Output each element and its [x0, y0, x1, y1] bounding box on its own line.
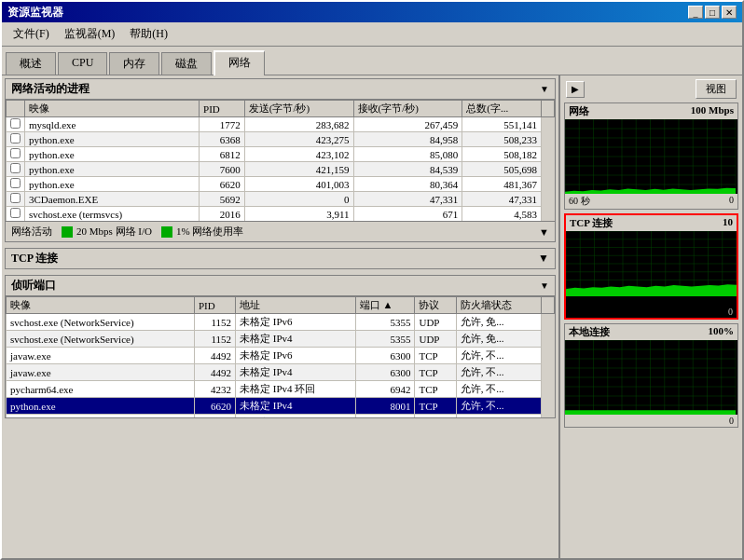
row-checkbox[interactable] — [7, 177, 25, 192]
list-item[interactable]: javaw.exe 4492 未格定 IPv4 6300 TCP 允许, 不..… — [7, 364, 555, 381]
network-processes-table: 映像 PID 发送(字节/秒) 接收(字节/秒) 总数(字... mysqld.… — [6, 100, 555, 221]
row-checkbox[interactable] — [7, 117, 25, 132]
network-graph-chart — [565, 119, 736, 194]
tcp-graph-container: TCP 连接 10 0 — [564, 213, 738, 320]
list-item[interactable]: javaw.exe 4492 未格定 IPv6 6300 TCP 允许, 不..… — [7, 348, 555, 364]
col-checkbox[interactable] — [7, 101, 25, 117]
row-recv: 47,331 — [353, 192, 462, 207]
network-graph-time-label: 60 秒 — [569, 195, 590, 208]
col-recv[interactable]: 接收(字节/秒) — [353, 101, 462, 117]
right-panel: ▶ 视图 网络 100 Mbps 60 秒 0 — [560, 75, 742, 558]
tcp-collapse-icon[interactable]: ▼ — [538, 252, 549, 266]
listen-row-fw: 允许, 不... — [456, 381, 541, 398]
listen-col-fw[interactable]: 防火墙状态 — [456, 297, 541, 314]
listen-row-image: javaw.exe — [7, 364, 195, 381]
row-checkbox[interactable] — [7, 207, 25, 222]
network-activity-bar: 网络活动 20 Mbps 网络 I/O 1% 网络使用率 ▼ — [6, 221, 555, 241]
play-button[interactable]: ▶ — [566, 81, 585, 98]
listen-col-proto[interactable]: 协议 — [415, 297, 456, 314]
list-item[interactable]: svchost.exe (NetworkService) 1152 未格定 IP… — [7, 331, 555, 348]
table-row[interactable]: python.exe 6620 401,003 80,364 481,367 — [7, 177, 555, 192]
row-pid: 6812 — [200, 147, 245, 162]
network-graph-zero-label: 0 — [729, 195, 734, 208]
local-conn-graph-title: 本地连接 — [569, 325, 610, 339]
col-image[interactable]: 映像 — [25, 101, 200, 117]
local-conn-graph-canvas — [565, 340, 737, 415]
tab-disk[interactable]: 磁盘 — [161, 52, 212, 75]
menu-help[interactable]: 帮助(H) — [122, 24, 175, 44]
row-total: 508,233 — [462, 132, 542, 147]
row-recv: 671 — [353, 207, 462, 222]
row-pid: 2016 — [200, 207, 245, 222]
listen-row-image: pycharm64.exe — [7, 381, 195, 398]
row-pid: 1772 — [200, 117, 245, 132]
table-row[interactable]: svchost.exe (termsvcs) 2016 3,911 671 4,… — [7, 207, 555, 222]
network-activity-collapse[interactable]: ▼ — [539, 226, 549, 238]
tab-network[interactable]: 网络 — [214, 50, 265, 75]
row-recv: 80,364 — [353, 177, 462, 192]
listen-row-addr: 未格定 IPv4 — [236, 415, 356, 418]
col-total[interactable]: 总数(字... — [462, 101, 542, 117]
listen-row-addr: 未格定 IPv4 环回 — [236, 381, 356, 398]
listen-table-container[interactable]: 映像 PID 地址 端口 ▲ 协议 防火墙状态 svchost.exe (Net… — [6, 296, 555, 417]
network-graph-header: 网络 100 Mbps — [565, 103, 737, 119]
network-activity-label: 网络活动 — [11, 225, 52, 239]
listen-section-header: 侦听端口 ▼ — [6, 276, 555, 296]
row-checkbox[interactable] — [7, 132, 25, 147]
col-scroll — [542, 101, 555, 117]
table-row[interactable]: mysqld.exe 1772 283,682 267,459 551,141 — [7, 117, 555, 132]
listen-row-port: 6942 — [355, 381, 415, 398]
listen-row-fw: 允许, 不... — [456, 364, 541, 381]
close-button[interactable]: ✕ — [722, 6, 737, 19]
listen-row-pid: 1152 — [194, 314, 235, 331]
row-checkbox[interactable] — [7, 162, 25, 177]
listen-col-pid[interactable]: PID — [194, 297, 235, 314]
table-row[interactable]: python.exe 6812 423,102 85,080 508,182 — [7, 147, 555, 162]
view-button[interactable]: 视图 — [696, 79, 737, 99]
network-graph-canvas — [565, 119, 737, 194]
network-processes-section: 网络活动的进程 ▼ 映像 PID 发送(字节/秒) 接收(字节/秒) 总 — [5, 78, 556, 242]
listen-col-port[interactable]: 端口 ▲ — [355, 297, 415, 314]
row-total: 508,182 — [462, 147, 542, 162]
row-pid: 7600 — [200, 162, 245, 177]
tab-overview[interactable]: 概述 — [6, 52, 56, 75]
col-send[interactable]: 发送(字节/秒) — [244, 101, 353, 117]
listen-row-fw: 允许, 免... — [456, 331, 541, 348]
list-item[interactable]: pycharm64.exe 4232 未格定 IPv4 环回 6942 TCP … — [7, 381, 555, 398]
network-processes-table-container[interactable]: 映像 PID 发送(字节/秒) 接收(字节/秒) 总数(字... mysqld.… — [6, 100, 555, 221]
listen-row-proto: TCP — [415, 348, 456, 364]
row-recv: 267,459 — [353, 117, 462, 132]
row-total: 505,698 — [462, 162, 542, 177]
row-pid: 6368 — [200, 132, 245, 147]
network-processes-header: 网络活动的进程 ▼ — [6, 79, 555, 100]
tab-cpu[interactable]: CPU — [58, 52, 107, 75]
list-item[interactable]: python.exe 6368 未格定 IPv4 8002 TCP 允许, 不.… — [7, 415, 555, 418]
row-checkbox[interactable] — [7, 192, 25, 207]
tcp-section-header[interactable]: TCP 连接 ▼ — [6, 249, 555, 268]
network-processes-collapse[interactable]: ▼ — [540, 84, 549, 94]
list-item[interactable]: svchost.exe (NetworkService) 1152 未格定 IP… — [7, 314, 555, 331]
net-usage-dot — [161, 226, 172, 238]
minimize-button[interactable]: _ — [688, 6, 703, 19]
col-pid[interactable]: PID — [200, 101, 245, 117]
tcp-graph-unit: 10 — [723, 216, 733, 230]
listen-col-image[interactable]: 映像 — [7, 297, 195, 314]
listen-row-port: 5355 — [355, 331, 415, 348]
list-item[interactable]: python.exe 6620 未格定 IPv4 8001 TCP 允许, 不.… — [7, 398, 555, 415]
maximize-button[interactable]: □ — [705, 6, 720, 19]
listen-row-pid: 4232 — [194, 381, 235, 398]
listen-row-proto: UDP — [415, 314, 456, 331]
table-row[interactable]: python.exe 7600 421,159 84,539 505,698 — [7, 162, 555, 177]
listen-col-addr[interactable]: 地址 — [236, 297, 356, 314]
tab-memory[interactable]: 内存 — [109, 52, 159, 75]
table-row[interactable]: 3CDaemon.EXE 5692 0 47,331 47,331 — [7, 192, 555, 207]
row-checkbox[interactable] — [7, 147, 25, 162]
table-row[interactable]: python.exe 6368 423,275 84,958 508,233 — [7, 132, 555, 147]
row-total: 481,367 — [462, 177, 542, 192]
menu-file[interactable]: 文件(F) — [6, 24, 57, 44]
listen-row-proto: UDP — [415, 331, 456, 348]
listen-collapse[interactable]: ▼ — [540, 280, 549, 291]
menu-monitor[interactable]: 监视器(M) — [57, 24, 123, 44]
row-recv: 84,539 — [353, 162, 462, 177]
listen-row-proto: TCP — [415, 364, 456, 381]
